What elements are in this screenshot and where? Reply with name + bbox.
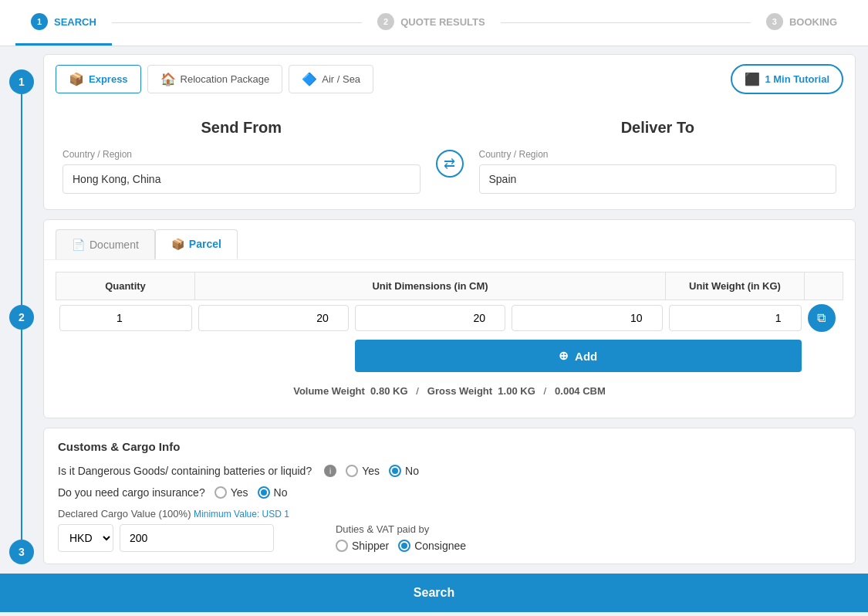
dangerous-yes-label: Yes — [362, 465, 380, 477]
swap-button[interactable]: ⇄ — [436, 150, 464, 178]
header-weight: Unit Weight (in KG) — [666, 272, 805, 300]
duties-shipper-label: Shipper — [352, 540, 389, 552]
header-actions — [805, 272, 843, 300]
insurance-no-radio[interactable] — [258, 486, 270, 499]
deliver-to-input[interactable] — [479, 164, 837, 194]
cell-copy: ⧉ — [805, 300, 843, 337]
cell-weight — [666, 300, 805, 337]
customs-card: Customs & Cargo Info Is it Dangerous Goo… — [43, 428, 856, 564]
top-navigation: 1 SEARCH 2 QUOTE RESULTS 3 BOOKING — [0, 0, 868, 46]
tab-document-label: Document — [90, 239, 139, 251]
cell-dim3 — [508, 300, 665, 337]
parcel-row: ⧉ — [56, 300, 843, 337]
step-sidebar: 1 2 3 — [0, 54, 43, 564]
gross-weight-value: 1.00 KG — [498, 385, 535, 397]
air-sea-icon: 🔷 — [302, 72, 317, 86]
duties-consignee-label: Consignee — [414, 540, 466, 552]
cargo-card: 📄 Document 📦 Parcel Quantity Unit Dimens… — [43, 219, 856, 418]
step-circle-3: 3 — [766, 13, 783, 30]
empty-cell-2 — [805, 336, 843, 376]
express-icon: 📦 — [69, 72, 84, 86]
add-row: ⊕ Add — [56, 336, 843, 376]
duties-group: Duties & VAT paid by Shipper Consignee — [336, 523, 466, 552]
send-from-field-label: Country / Region — [62, 149, 420, 160]
empty-cell — [56, 336, 352, 376]
duties-consignee-radio[interactable] — [398, 540, 410, 552]
tab-parcel[interactable]: 📦 Parcel — [155, 229, 238, 259]
copy-row-button[interactable]: ⧉ — [808, 304, 836, 332]
plus-icon: ⊕ — [559, 349, 569, 363]
dangerous-no-radio[interactable] — [389, 465, 401, 477]
nav-step-booking[interactable]: 3 BOOKING — [751, 0, 853, 46]
insurance-yes-option[interactable]: Yes — [214, 486, 248, 499]
insurance-no-option[interactable]: No — [258, 486, 288, 499]
nav-divider-2 — [501, 0, 751, 46]
input-dim3[interactable] — [512, 305, 662, 331]
cell-quantity — [56, 300, 195, 337]
cbm-value: 0.004 CBM — [555, 385, 606, 397]
send-from-input[interactable] — [62, 164, 420, 194]
declared-value-inputs: HKD USD EUR GBP — [58, 524, 289, 552]
currency-select[interactable]: HKD USD EUR GBP — [58, 524, 113, 552]
tab-parcel-label: Parcel — [189, 238, 221, 250]
deliver-to-title: Deliver To — [479, 119, 837, 137]
relocation-icon: 🏠 — [160, 72, 176, 86]
nav-step-quotes[interactable]: 2 QUOTE RESULTS — [362, 0, 501, 46]
nav-step-search-label: SEARCH — [54, 16, 96, 28]
insurance-yes-radio[interactable] — [214, 486, 227, 499]
dangerous-yes-option[interactable]: Yes — [346, 465, 380, 477]
document-icon: 📄 — [72, 239, 85, 251]
declared-value-input[interactable] — [120, 524, 274, 552]
input-dim1[interactable] — [198, 305, 349, 331]
dangerous-no-option[interactable]: No — [389, 465, 419, 477]
step-dot-3: 3 — [9, 540, 34, 564]
tab-express[interactable]: 📦 Express — [56, 65, 141, 93]
swap-column: ⇄ — [436, 119, 464, 178]
duties-shipper-option[interactable]: Shipper — [336, 540, 389, 552]
duties-consignee-option[interactable]: Consignee — [398, 540, 466, 552]
bottom-search-bar[interactable]: Search — [0, 574, 868, 612]
duties-shipper-radio[interactable] — [336, 540, 348, 552]
gross-weight-label: Gross Weight — [427, 385, 492, 397]
tab-air-sea[interactable]: 🔷 Air / Sea — [289, 65, 373, 93]
input-dim2[interactable] — [355, 305, 505, 331]
tab-relocation[interactable]: 🏠 Relocation Package — [147, 65, 283, 93]
tab-relocation-label: Relocation Package — [181, 73, 270, 85]
add-button[interactable]: ⊕ Add — [355, 340, 802, 372]
send-from-title: Send From — [62, 119, 420, 137]
tab-air-sea-label: Air / Sea — [322, 73, 360, 85]
insurance-yes-label: Yes — [231, 486, 248, 499]
insurance-no-label: No — [274, 486, 288, 499]
declared-value-group: Declared Cargo Value (100%) Minimum Valu… — [58, 508, 289, 552]
step-dot-1: 1 — [9, 69, 34, 94]
tutorial-icon: ⬛ — [745, 72, 760, 86]
customs-section: Customs & Cargo Info Is it Dangerous Goo… — [44, 428, 855, 564]
tab-document[interactable]: 📄 Document — [56, 229, 155, 259]
parcel-section: Quantity Unit Dimensions (in CM) Unit We… — [44, 259, 855, 418]
deliver-to-column: Deliver To Country / Region — [479, 119, 837, 194]
cargo-insurance-row: Do you need cargo insurance? Yes No — [58, 486, 841, 499]
dangerous-goods-label: Is it Dangerous Goods/ containing batter… — [58, 465, 312, 477]
dangerous-no-label: No — [405, 465, 419, 477]
step-circle-2: 2 — [377, 13, 394, 30]
tutorial-button[interactable]: ⬛ 1 Min Tutorial — [731, 64, 843, 94]
customs-title: Customs & Cargo Info — [58, 440, 841, 453]
nav-step-search[interactable]: 1 SEARCH — [15, 0, 112, 46]
duties-radio-row: Shipper Consignee — [336, 540, 466, 552]
dangerous-yes-radio[interactable] — [346, 465, 358, 477]
deliver-to-field-label: Country / Region — [479, 149, 837, 160]
input-weight[interactable] — [669, 305, 802, 331]
declared-value-text: Declared Cargo Value (100%) — [58, 508, 191, 520]
parcel-icon: 📦 — [171, 238, 184, 250]
min-value-note: Minimum Value: USD 1 — [194, 509, 289, 520]
send-from-column: Send From Country / Region — [62, 119, 420, 194]
duties-label: Duties & VAT paid by — [336, 523, 466, 535]
parcel-table: Quantity Unit Dimensions (in CM) Unit We… — [56, 272, 843, 376]
search-card: 📦 Express 🏠 Relocation Package 🔷 Air / S… — [43, 54, 856, 210]
input-quantity[interactable] — [59, 305, 192, 331]
info-icon-dangerous[interactable]: i — [324, 465, 336, 477]
cargo-insurance-label: Do you need cargo insurance? — [58, 486, 205, 499]
tutorial-label: 1 Min Tutorial — [765, 73, 829, 85]
nav-step-booking-label: BOOKING — [789, 16, 837, 28]
service-tabs-bar: 📦 Express 🏠 Relocation Package 🔷 Air / S… — [44, 55, 855, 103]
